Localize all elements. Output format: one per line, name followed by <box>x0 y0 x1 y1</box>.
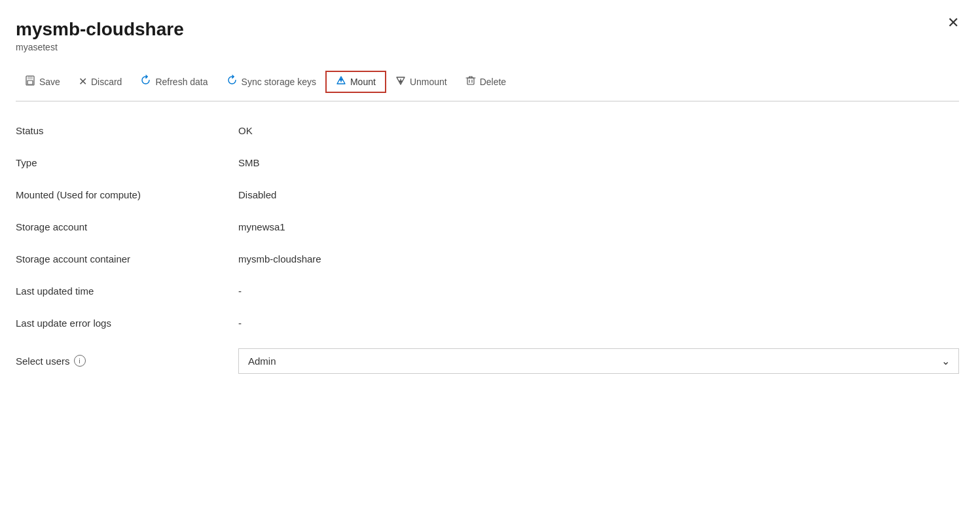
mount-button[interactable]: Mount <box>325 71 386 93</box>
svg-rect-9 <box>467 78 474 84</box>
field-label-storage-account: Storage account <box>16 221 238 232</box>
svg-rect-2 <box>27 81 33 84</box>
info-icon[interactable]: i <box>74 355 86 367</box>
field-value-status: OK <box>238 125 959 136</box>
unmount-button[interactable]: Unmount <box>386 71 456 92</box>
sync-icon <box>227 75 238 88</box>
field-label-select-users: Select users i <box>16 355 238 367</box>
field-row-error-logs: Last update error logs - <box>16 307 959 339</box>
field-row-last-updated: Last updated time - <box>16 275 959 307</box>
field-value-storage-account: mynewsa1 <box>238 221 959 232</box>
field-value-mounted: Disabled <box>238 189 959 200</box>
field-label-storage-container: Storage account container <box>16 253 238 264</box>
panel-subtitle: myasetest <box>16 42 959 52</box>
select-users-input[interactable]: Admin <box>238 348 959 374</box>
save-label: Save <box>39 77 60 87</box>
save-icon <box>25 75 35 88</box>
content-area: Status OK Type SMB Mounted (Used for com… <box>16 101 959 396</box>
field-row-type: Type SMB <box>16 147 959 179</box>
field-row-storage-container: Storage account container mysmb-cloudsha… <box>16 243 959 275</box>
field-label-last-updated: Last updated time <box>16 285 238 297</box>
select-users-dropdown-wrapper: Admin ⌄ <box>238 348 959 374</box>
refresh-icon <box>140 75 151 88</box>
field-value-last-updated: - <box>238 285 959 297</box>
detail-panel: ✕ mysmb-cloudshare myasetest Save ✕ Disc… <box>0 0 980 529</box>
field-row-select-users: Select users i Admin ⌄ <box>16 339 959 383</box>
select-users-text: Select users <box>16 356 70 367</box>
discard-icon: ✕ <box>79 75 87 88</box>
field-label-error-logs: Last update error logs <box>16 318 238 329</box>
mount-icon <box>336 75 346 88</box>
field-value-error-logs: - <box>238 318 959 329</box>
unmount-label: Unmount <box>410 77 447 87</box>
delete-button[interactable]: Delete <box>456 71 515 92</box>
refresh-label: Refresh data <box>155 77 208 87</box>
discard-label: Discard <box>91 77 122 87</box>
field-label-mounted: Mounted (Used for compute) <box>16 189 238 200</box>
discard-button[interactable]: ✕ Discard <box>69 71 131 92</box>
panel-title: mysmb-cloudshare <box>16 18 959 41</box>
field-value-storage-container: mysmb-cloudshare <box>238 253 959 264</box>
delete-icon <box>465 75 476 88</box>
field-label-type: Type <box>16 157 238 168</box>
refresh-button[interactable]: Refresh data <box>131 71 217 92</box>
close-button[interactable]: ✕ <box>947 16 959 30</box>
svg-rect-1 <box>27 76 33 79</box>
save-button[interactable]: Save <box>16 71 69 92</box>
field-value-type: SMB <box>238 157 959 168</box>
field-row-storage-account: Storage account mynewsa1 <box>16 211 959 243</box>
field-row-status: Status OK <box>16 115 959 147</box>
toolbar: Save ✕ Discard Refresh data Sync st <box>16 63 959 101</box>
mount-label: Mount <box>350 77 376 87</box>
unmount-icon <box>395 75 406 88</box>
sync-label: Sync storage keys <box>242 77 316 87</box>
sync-button[interactable]: Sync storage keys <box>217 71 325 92</box>
field-row-mounted: Mounted (Used for compute) Disabled <box>16 179 959 211</box>
title-section: mysmb-cloudshare myasetest <box>16 18 959 52</box>
delete-label: Delete <box>480 77 506 87</box>
field-label-status: Status <box>16 125 238 136</box>
